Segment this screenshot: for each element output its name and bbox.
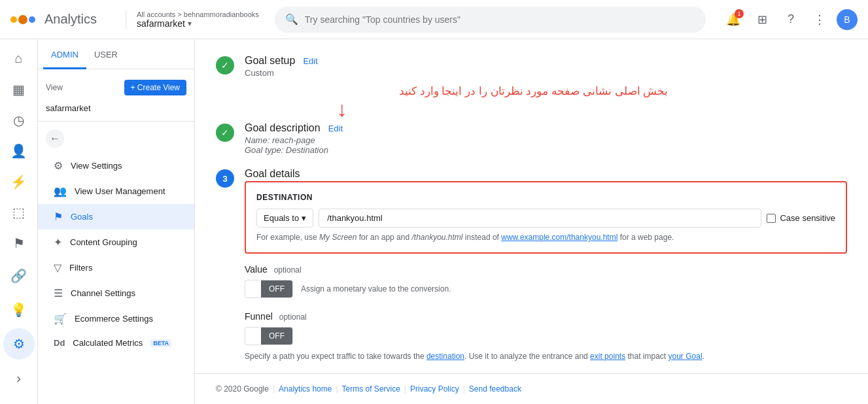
user-mgmt-label: View User Management <box>75 186 165 196</box>
filters-icon: ▽ <box>54 261 61 274</box>
case-sensitive-row: Case sensitive <box>767 213 835 223</box>
nav-rail-item-expand[interactable]: › <box>3 362 35 394</box>
goal-step-1: ✓ Goal setup Edit Custom <box>216 55 847 78</box>
funnel-section: Funnel optional OFF Specify a path you e… <box>245 311 847 363</box>
content-grouping-icon: ✦ <box>54 236 62 248</box>
dropdown-arrow-icon: ▾ <box>302 213 306 223</box>
account-path: All accounts > behnammoradianbooks <box>137 10 259 18</box>
value-toggle-off: OFF <box>261 280 292 297</box>
footer-terms[interactable]: Terms of Service <box>342 384 400 394</box>
nav-rail-item-intelligence[interactable]: 💡 <box>3 294 35 326</box>
funnel-hint: Specify a path you expect traffic to tak… <box>245 350 847 363</box>
step-2-edit-link[interactable]: Edit <box>328 124 343 133</box>
step-1-edit-link[interactable]: Edit <box>303 56 317 66</box>
sidebar-item-view-settings[interactable]: ⚙ View Settings <box>38 153 194 178</box>
step-1-header: Goal setup Edit <box>245 55 847 67</box>
footer-privacy[interactable]: Privacy Policy <box>410 384 459 394</box>
sidebar-section: View + Create View safarmarket ← ⚙ View … <box>38 69 194 362</box>
nav-rail-item-realtime[interactable]: ◷ <box>3 106 35 134</box>
nav-rail-item-settings[interactable]: ⚙ <box>3 328 35 360</box>
apps-button[interactable]: ⊞ <box>750 8 774 31</box>
funnel-toggle-button[interactable]: OFF <box>245 327 293 345</box>
sidebar-tab-user[interactable]: USER <box>86 39 126 69</box>
value-toggle-button[interactable]: OFF <box>245 280 293 298</box>
nav-rail-item-home[interactable]: ⌂ <box>3 44 35 73</box>
app-body: ⌂ ▦ ◷ 👤 ⚡ ⬚ ⚑ 🔗 💡 ⚙ › ADMIN USER View + … <box>0 39 868 404</box>
destination-input[interactable] <box>319 209 761 227</box>
footer-feedback[interactable]: Send feedback <box>469 384 521 394</box>
account-name-dropdown[interactable]: safarmarket ▾ <box>137 18 259 29</box>
create-view-button[interactable]: + Create View <box>124 80 187 95</box>
logo-area: Analytics <box>10 12 115 27</box>
funnel-toggle-off: OFF <box>261 328 292 345</box>
footer-copyright: © 2020 Google <box>216 384 269 394</box>
sidebar-item-filters[interactable]: ▽ Filters <box>38 255 194 280</box>
ecommerce-icon: 🛒 <box>54 312 67 325</box>
step-1-content: Goal setup Edit Custom <box>245 55 847 78</box>
content-grouping-label: Content Grouping <box>70 237 137 247</box>
view-row: View + Create View <box>38 77 194 101</box>
red-arrow-down: ↓ <box>337 97 347 122</box>
ecommerce-label: Ecommerce Settings <box>75 314 153 324</box>
step-2-content: Goal description Edit Name: reach-page G… <box>245 122 847 155</box>
nav-rail-bottom: 🔗 💡 ⚙ › <box>3 260 35 404</box>
step-1-title: Goal setup <box>245 55 295 67</box>
view-settings-icon: ⚙ <box>54 160 63 172</box>
sidebar-item-calculated-metrics[interactable]: Dd Calculated Metrics BETA <box>38 331 194 354</box>
notification-badge: 1 <box>735 9 744 18</box>
user-avatar[interactable]: B <box>837 9 858 30</box>
account-area: All accounts > behnammoradianbooks safar… <box>126 10 259 29</box>
destination-box: Destination Equals to ▾ Case sensitive <box>245 181 847 254</box>
back-arrow-button[interactable]: ← <box>38 124 194 153</box>
footer-sep-3: | <box>404 384 406 394</box>
sidebar-item-view-user-mgmt[interactable]: 👥 View User Management <box>38 178 194 204</box>
user-mgmt-icon: 👥 <box>54 185 67 197</box>
sidebar-item-goals[interactable]: ⚑ Goals <box>38 204 194 229</box>
value-title: Value optional <box>245 264 847 275</box>
calculated-metrics-label: Calculated Metrics <box>73 338 143 348</box>
notifications-button[interactable]: 🔔 1 <box>721 8 745 31</box>
nav-rail-item-audience[interactable]: 👤 <box>3 137 35 165</box>
goals-label: Goals <box>71 212 93 222</box>
view-label: View <box>46 83 63 92</box>
nav-rail-item-acquisition[interactable]: ⚡ <box>3 168 35 196</box>
sidebar: ADMIN USER View + Create View safarmarke… <box>38 39 195 404</box>
equals-to-dropdown[interactable]: Equals to ▾ <box>256 209 313 227</box>
search-input[interactable] <box>305 14 695 25</box>
step-3-header: Goal details <box>245 168 847 180</box>
nav-rail-item-dashboard[interactable]: ▦ <box>3 75 35 103</box>
nav-rail-item-conversions[interactable]: ⚑ <box>3 229 35 258</box>
account-dropdown-arrow: ▾ <box>188 19 192 28</box>
step-3-title: Goal details <box>245 168 300 180</box>
sidebar-item-channel-settings[interactable]: ☰ Channel Settings <box>38 280 194 306</box>
case-sensitive-checkbox[interactable] <box>767 214 776 223</box>
sidebar-item-ecommerce[interactable]: 🛒 Ecommerce Settings <box>38 306 194 331</box>
funnel-title: Funnel optional <box>245 311 847 322</box>
step-2-done-icon: ✓ <box>216 124 234 142</box>
search-bar[interactable]: 🔍 <box>275 7 706 33</box>
view-settings-label: View Settings <box>71 161 122 171</box>
sidebar-tabs: ADMIN USER <box>38 39 194 69</box>
nav-rail-item-link[interactable]: 🔗 <box>3 260 35 292</box>
destination-row: Equals to ▾ Case sensitive <box>256 209 835 227</box>
header-actions: 🔔 1 ⊞ ? ⋮ B <box>721 8 858 31</box>
more-button[interactable]: ⋮ <box>808 8 831 31</box>
value-toggle-on <box>245 285 261 293</box>
annotation-container: بخش اصلی نشانی صفحه مورد نظرتان را در ای… <box>216 91 847 117</box>
help-button[interactable]: ? <box>779 8 803 31</box>
sidebar-item-content-grouping[interactable]: ✦ Content Grouping <box>38 229 194 255</box>
goals-icon: ⚑ <box>54 210 63 223</box>
value-hint: Assign a monetary value to the conversio… <box>301 284 451 294</box>
safarmarket-label: safarmarket <box>38 101 194 118</box>
destination-label: Destination <box>256 193 835 202</box>
funnel-toggle-on <box>245 332 261 340</box>
footer-sep-4: | <box>463 384 465 394</box>
nav-rail-item-behavior[interactable]: ⬚ <box>3 199 35 227</box>
sidebar-tab-admin[interactable]: ADMIN <box>43 39 86 69</box>
funnel-toggle-row: OFF <box>245 327 847 345</box>
account-name-label: safarmarket <box>137 18 185 29</box>
equals-to-label: Equals to <box>264 213 299 223</box>
goal-step-3: 3 Goal details Destination Equals to ▾ <box>216 168 847 373</box>
footer-analytics-home[interactable]: Analytics home <box>279 384 332 394</box>
step-2-header: Goal description Edit <box>245 122 847 134</box>
